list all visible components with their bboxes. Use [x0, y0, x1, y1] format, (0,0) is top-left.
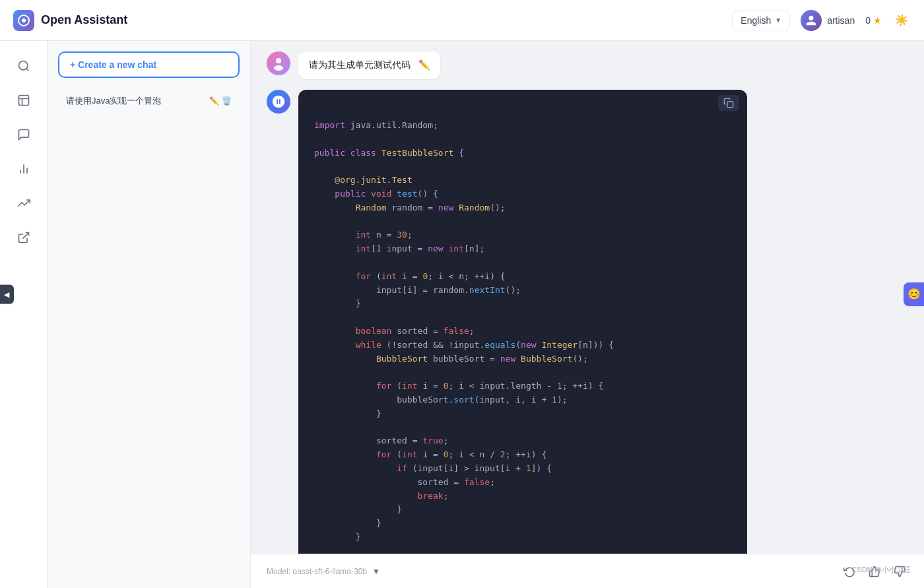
watermark: CSDN @小小工匠 — [852, 565, 911, 575]
copy-code-button[interactable] — [718, 95, 739, 111]
assistant-message: import java.util.Random; public class Te… — [267, 90, 747, 554]
sidebar-icons — [0, 41, 48, 588]
main-layout: + Create a new chat 请使用Java实现一个冒泡 ✏️ 🗑️ — [0, 41, 924, 588]
logo-icon — [13, 10, 34, 31]
svg-point-9 — [274, 65, 283, 71]
chat-item-actions: ✏️ 🗑️ — [209, 96, 232, 106]
topbar: Open Assistant English ▼ artisan 0 ★ ☀️ — [0, 0, 924, 41]
star-icon: ★ — [873, 15, 882, 26]
code-block-container: import java.util.Random; public class Te… — [298, 90, 747, 554]
sidebar-item-trending[interactable] — [9, 189, 38, 218]
message-edit-icon[interactable]: ✏️ — [418, 59, 430, 70]
svg-point-2 — [18, 61, 27, 70]
create-new-chat-button[interactable]: + Create a new chat — [58, 51, 240, 78]
assistant-avatar — [267, 90, 290, 114]
user-area: artisan — [801, 10, 855, 31]
user-message-text: 请为其生成单元测试代码 — [309, 59, 411, 71]
svg-line-7 — [22, 233, 28, 239]
svg-point-8 — [276, 58, 281, 63]
star-count: 0 — [865, 15, 871, 26]
chat-scroll: 请为其生成单元测试代码 ✏️ — [251, 41, 924, 554]
model-info: Model: oasst-sft-6-llama-30b ▼ — [267, 567, 380, 576]
chat-item-text: 请使用Java实现一个冒泡 — [66, 95, 209, 107]
svg-rect-3 — [18, 96, 28, 106]
language-selector[interactable]: English ▼ — [732, 11, 790, 30]
sidebar-item-stats[interactable] — [9, 154, 38, 183]
topbar-left: Open Assistant — [13, 10, 127, 31]
svg-point-1 — [22, 18, 26, 22]
feedback-button[interactable]: 😊 — [904, 282, 924, 306]
user-message: 请为其生成单元测试代码 ✏️ — [267, 51, 440, 79]
topbar-right: English ▼ artisan 0 ★ ☀️ — [732, 10, 911, 31]
sidebar-item-table[interactable] — [9, 86, 38, 115]
code-block-header — [298, 90, 747, 116]
user-avatar — [267, 51, 290, 75]
avatar — [801, 10, 822, 31]
user-bubble: 请为其生成单元测试代码 ✏️ — [298, 51, 440, 79]
language-label: English — [741, 15, 771, 26]
chat-list-panel: + Create a new chat 请使用Java实现一个冒泡 ✏️ 🗑️ — [48, 41, 251, 588]
left-edge-tab[interactable]: ◀ — [0, 284, 14, 304]
bottom-bar: Model: oasst-sft-6-llama-30b ▼ — [251, 554, 924, 588]
sidebar-item-search[interactable] — [9, 51, 38, 81]
expand-icon[interactable]: ▼ — [372, 567, 380, 576]
code-content: import java.util.Random; public class Te… — [298, 116, 747, 554]
sidebar-item-share[interactable] — [9, 223, 38, 252]
svg-rect-10 — [727, 102, 733, 108]
chevron-down-icon: ▼ — [775, 16, 781, 24]
chat-list-item[interactable]: 请使用Java实现一个冒泡 ✏️ 🗑️ — [58, 88, 240, 114]
chat-content: 请为其生成单元测试代码 ✏️ — [251, 41, 924, 588]
sidebar-item-chat[interactable] — [9, 120, 38, 149]
model-label: Model: oasst-sft-6-llama-30b — [267, 567, 367, 576]
delete-icon[interactable]: 🗑️ — [222, 96, 232, 106]
app-title: Open Assistant — [41, 13, 127, 27]
star-area: 0 ★ — [865, 15, 882, 26]
theme-toggle[interactable]: ☀️ — [892, 11, 911, 30]
username: artisan — [827, 15, 855, 26]
edit-icon[interactable]: ✏️ — [209, 96, 219, 106]
